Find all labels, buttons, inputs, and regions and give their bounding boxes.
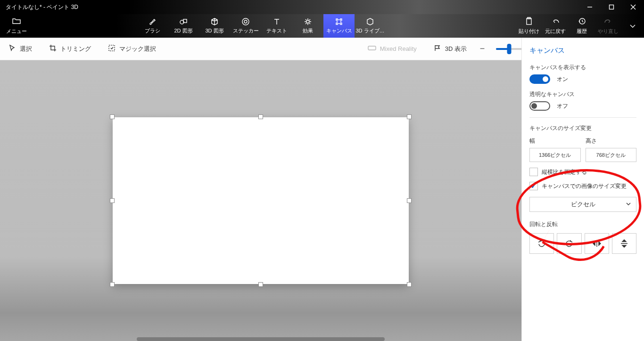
svg-point-6 [242, 18, 249, 25]
shapes3d-icon [210, 17, 219, 26]
title-bar: タイトルなし* - ペイント 3D [0, 0, 644, 14]
canvas-area[interactable] [113, 117, 409, 284]
toggle-off-label: オフ [557, 102, 568, 110]
chevron-down-icon [626, 201, 631, 208]
tool-2d-shapes[interactable]: 2D 図形 [168, 14, 199, 38]
ribbon-right: 貼り付け 元に戻す 履歴 やり直し [516, 14, 644, 38]
flag-icon [434, 44, 441, 53]
width-label: 幅 [529, 137, 581, 145]
transparent-canvas-toggle[interactable] [529, 101, 550, 111]
maximize-button[interactable] [601, 0, 622, 14]
resize-handle-ne[interactable] [407, 114, 412, 119]
show-canvas-label: キャンバスを表示する [529, 64, 636, 72]
resize-handle-s[interactable] [258, 282, 263, 287]
resize-with-image-label: キャンバスでの画像のサイズ変更 [542, 182, 627, 190]
tool-sticker[interactable]: ステッカー [230, 14, 261, 38]
tool-brush[interactable]: ブラシ [137, 14, 168, 38]
tool-3d-shapes[interactable]: 3D 図形 [199, 14, 230, 38]
magic-select-icon [108, 44, 116, 53]
show-canvas-toggle[interactable] [529, 74, 550, 84]
undo-icon [551, 17, 560, 26]
ribbon-tools: ブラシ 2D 図形 3D 図形 ステッカー テキスト 効果 キャンバス 3D [137, 14, 386, 38]
resize-handle-nw[interactable] [110, 114, 115, 119]
caption-buttons [579, 0, 644, 14]
svg-rect-13 [109, 45, 115, 51]
tool-text[interactable]: テキスト [261, 14, 292, 38]
sticker-icon [241, 17, 250, 26]
canvas-icon [335, 17, 343, 26]
redo-icon [604, 17, 612, 26]
library-icon [366, 17, 374, 26]
paste-button[interactable]: 貼り付け [516, 14, 542, 38]
workspace[interactable] [0, 60, 521, 341]
tool-canvas[interactable]: キャンバス [323, 14, 355, 38]
transparent-canvas-label: 透明なキャンバス [529, 90, 636, 98]
flip-vertical-button[interactable] [612, 233, 636, 254]
resize-handle-w[interactable] [110, 198, 115, 203]
menu-button[interactable]: メニュー [0, 14, 33, 38]
resize-handle-e[interactable] [407, 198, 412, 203]
toggle-on-label: オン [557, 75, 568, 83]
cursor-icon [8, 44, 16, 53]
close-button[interactable] [622, 0, 644, 14]
resize-handle-se[interactable] [407, 282, 412, 287]
crop-tool-button[interactable]: トリミング [41, 38, 99, 60]
redo-button: やり直し [595, 14, 621, 38]
zoom-out-button[interactable]: − [475, 42, 489, 56]
vr-icon [368, 45, 376, 53]
horizontal-scrollbar[interactable] [137, 337, 385, 341]
text-icon [272, 17, 281, 26]
rotate-cw-button[interactable] [557, 233, 581, 254]
effects-icon [304, 17, 312, 26]
lock-aspect-label: 縦横比を固定する [542, 168, 587, 176]
svg-point-8 [306, 20, 309, 23]
svg-rect-9 [337, 20, 341, 24]
brush-icon [148, 17, 157, 26]
tool-effects[interactable]: 効果 [292, 14, 323, 38]
resize-section-title: キャンバスのサイズ変更 [529, 124, 636, 132]
undo-button[interactable]: 元に戻す [542, 14, 569, 38]
minimize-button[interactable] [579, 0, 601, 14]
resize-handle-sw[interactable] [110, 282, 115, 287]
main-ribbon: メニュー ブラシ 2D 図形 3D 図形 ステッカー テキスト 効果 [0, 14, 644, 38]
resize-handle-n[interactable] [258, 114, 263, 119]
rotate-ccw-button[interactable] [529, 233, 554, 254]
height-input[interactable]: 768ピクセル [586, 148, 637, 162]
menu-label: メニュー [6, 28, 27, 35]
crop-icon [49, 44, 57, 53]
zoom-slider-thumb[interactable] [507, 44, 512, 54]
select-tool-button[interactable]: 選択 [0, 38, 41, 60]
tool-3d-library[interactable]: 3D ライブ… [355, 14, 386, 38]
lock-aspect-checkbox[interactable] [529, 168, 538, 176]
chevron-down-icon [629, 22, 636, 30]
magic-select-button[interactable]: マジック選択 [99, 38, 165, 60]
panel-title: キャンバス [529, 46, 636, 55]
history-icon [578, 17, 586, 26]
svg-point-7 [244, 20, 247, 23]
rotate-flip-title: 回転と反転 [529, 220, 636, 228]
window-title: タイトルなし* - ペイント 3D [6, 3, 78, 11]
resize-with-image-checkbox[interactable] [529, 182, 538, 190]
expand-ribbon-button[interactable] [621, 14, 644, 38]
svg-rect-14 [368, 46, 376, 50]
paste-icon [525, 17, 533, 26]
history-button[interactable]: 履歴 [569, 14, 595, 38]
width-input[interactable]: 1366ピクセル [529, 148, 581, 162]
flip-horizontal-button[interactable] [585, 233, 609, 254]
shapes2d-icon [179, 17, 188, 26]
folder-icon [12, 17, 21, 27]
canvas-side-panel: キャンバス キャンバスを表示する オン 透明なキャンバス オフ キャンバスのサイ… [521, 38, 644, 341]
svg-rect-10 [527, 18, 531, 24]
svg-rect-1 [610, 5, 614, 9]
mixed-reality-button: Mixed Reality [359, 38, 425, 60]
view-3d-button[interactable]: 3D 表示 [425, 38, 475, 60]
unit-select[interactable]: ピクセル [529, 197, 636, 212]
height-label: 高さ [586, 137, 637, 145]
